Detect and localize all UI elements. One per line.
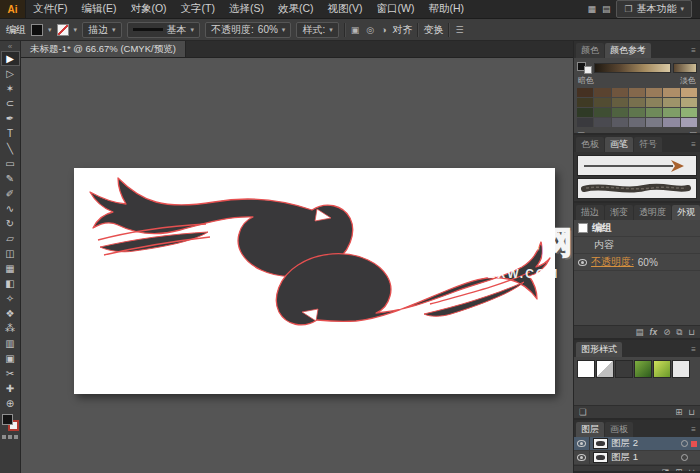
shape-builder-tool[interactable]: ◫ xyxy=(1,246,20,261)
color-swatch[interactable] xyxy=(629,118,645,127)
menu-item[interactable]: 文字(T) xyxy=(174,0,222,18)
layer-name[interactable]: 图层 2 xyxy=(611,437,681,450)
chevron-down-icon[interactable]: ▾ xyxy=(74,26,78,34)
layer-row[interactable]: 图层 1 xyxy=(574,451,700,465)
tab-layers[interactable]: 图层 xyxy=(576,422,604,437)
hand-tool[interactable]: ✚ xyxy=(1,381,20,396)
menu-item[interactable]: 视图(V) xyxy=(321,0,370,18)
color-swatch[interactable] xyxy=(612,88,628,97)
panel-options-icon[interactable]: ☰ xyxy=(454,25,464,35)
graphic-style-thumbnail[interactable] xyxy=(634,360,652,378)
blend-tool[interactable]: ❖ xyxy=(1,306,20,321)
tab-gradient[interactable]: 渐变 xyxy=(605,205,633,220)
menu-item[interactable]: 窗口(W) xyxy=(370,0,422,18)
toolbar-collapse-icon[interactable]: « xyxy=(8,42,12,51)
draw-normal-icon[interactable] xyxy=(2,435,6,439)
arrange-documents-icon[interactable]: ▦ xyxy=(587,4,596,14)
color-swatch[interactable] xyxy=(594,98,610,107)
new-stroke-icon[interactable]: ▤ xyxy=(636,327,644,337)
screen-mode-icon[interactable]: ▤ xyxy=(602,4,611,14)
color-swatch[interactable] xyxy=(612,118,628,127)
zoom-tool[interactable]: ⊕ xyxy=(1,396,20,411)
charcoal-brush-item[interactable] xyxy=(577,178,697,199)
duplicate-item-icon[interactable]: ⧉ xyxy=(676,327,682,338)
layer-target-icon[interactable] xyxy=(681,440,688,447)
mesh-tool[interactable]: ▦ xyxy=(1,261,20,276)
fish-bottom-tail-stroke[interactable] xyxy=(424,282,524,316)
color-swatch[interactable] xyxy=(594,118,610,127)
harmony-ramp-small[interactable] xyxy=(673,63,697,73)
tab-swatches[interactable]: 色板 xyxy=(576,137,604,152)
visibility-toggle[interactable] xyxy=(574,437,590,450)
styles-library-icon[interactable]: ❏ xyxy=(579,407,587,417)
layer-thumbnail[interactable] xyxy=(593,452,608,463)
fill-stroke-indicator[interactable] xyxy=(2,414,19,431)
stroke-color-swatch[interactable] xyxy=(57,24,69,36)
layer-name[interactable]: 图层 1 xyxy=(611,451,681,464)
graphic-style-thumbnail[interactable] xyxy=(653,360,671,378)
base-color-swatch[interactable] xyxy=(577,62,592,74)
graphic-style-thumbnail[interactable] xyxy=(596,360,614,378)
fill-color-swatch[interactable] xyxy=(31,24,43,36)
brush-definition-select[interactable]: 基本 ▾ xyxy=(127,22,201,38)
arrow-brush-item[interactable] xyxy=(577,155,697,176)
lasso-tool[interactable]: ⊂ xyxy=(1,96,20,111)
tab-transparency[interactable]: 透明度 xyxy=(634,205,671,220)
tab-artboards[interactable]: 画板 xyxy=(605,422,633,437)
rotate-tool[interactable]: ↻ xyxy=(1,216,20,231)
transform-link[interactable]: 变换 xyxy=(423,23,443,37)
line-segment-tool[interactable]: ╲ xyxy=(1,141,20,156)
menu-item[interactable]: 效果(C) xyxy=(271,0,321,18)
new-layer-icon[interactable]: ⊞ xyxy=(675,467,682,473)
width-tool[interactable]: ∿ xyxy=(1,201,20,216)
opacity-field[interactable]: 不透明度: 60% ▾ xyxy=(205,22,291,38)
color-swatch[interactable] xyxy=(681,98,697,107)
menu-item[interactable]: 帮助(H) xyxy=(422,0,472,18)
slice-tool[interactable]: ✂ xyxy=(1,366,20,381)
appearance-opacity-row[interactable]: 不透明度: 60% xyxy=(574,254,700,271)
artwork-fishes[interactable] xyxy=(74,168,555,394)
chevron-down-icon[interactable]: ▾ xyxy=(48,26,52,34)
clear-appearance-icon[interactable]: ⊘ xyxy=(663,327,670,337)
color-swatch[interactable] xyxy=(629,108,645,117)
panel-menu-icon[interactable]: ≡ xyxy=(689,342,698,357)
color-swatch[interactable] xyxy=(577,98,593,107)
color-swatch[interactable] xyxy=(612,108,628,117)
stroke-weight-select[interactable]: 描边 ▾ xyxy=(82,22,122,38)
menu-item[interactable]: 编辑(E) xyxy=(74,0,123,18)
appearance-contents-row[interactable]: 内容 xyxy=(574,237,700,254)
canvas[interactable]: 软件自学网 www.rjzxw.com xyxy=(21,58,573,473)
panel-menu-icon[interactable]: ≡ xyxy=(689,137,698,152)
color-swatch[interactable] xyxy=(612,98,628,107)
color-swatch[interactable] xyxy=(663,118,679,127)
eye-icon[interactable] xyxy=(578,259,587,266)
graphic-style-thumbnail[interactable] xyxy=(615,360,633,378)
color-swatch[interactable] xyxy=(663,98,679,107)
color-swatch[interactable] xyxy=(577,108,593,117)
eyedropper-tool[interactable]: ✧ xyxy=(1,291,20,306)
draw-behind-icon[interactable] xyxy=(8,435,12,439)
color-swatch[interactable] xyxy=(629,88,645,97)
column-graph-tool[interactable]: ▥ xyxy=(1,336,20,351)
delete-layer-icon[interactable]: ⊔ xyxy=(688,467,695,473)
harmony-ramp[interactable] xyxy=(594,63,671,73)
style-select[interactable]: 样式: ▾ xyxy=(296,22,338,38)
color-swatch[interactable] xyxy=(663,108,679,117)
tab-color-guide[interactable]: 颜色参考 xyxy=(605,43,651,58)
tab-brushes[interactable]: 画笔 xyxy=(605,137,633,152)
delete-item-icon[interactable]: ⊔ xyxy=(688,327,695,337)
fill-indicator[interactable] xyxy=(2,414,13,425)
app-logo[interactable]: Ai xyxy=(0,0,26,18)
document-tab[interactable]: 未标题-1* @ 66.67% (CMYK/预览) xyxy=(21,41,186,57)
color-swatch[interactable] xyxy=(646,98,662,107)
color-swatch[interactable] xyxy=(646,118,662,127)
panel-menu-icon[interactable]: ≡ xyxy=(689,422,698,437)
layer-target-icon[interactable] xyxy=(681,454,688,461)
color-swatch[interactable] xyxy=(663,88,679,97)
symbol-sprayer-tool[interactable]: ⁂ xyxy=(1,321,20,336)
color-swatch[interactable] xyxy=(646,88,662,97)
visibility-toggle[interactable] xyxy=(574,451,590,464)
color-swatch[interactable] xyxy=(681,118,697,127)
recolor-artwork-icon[interactable]: ◑ xyxy=(380,25,387,35)
new-style-icon[interactable]: ⊞ xyxy=(675,407,682,417)
